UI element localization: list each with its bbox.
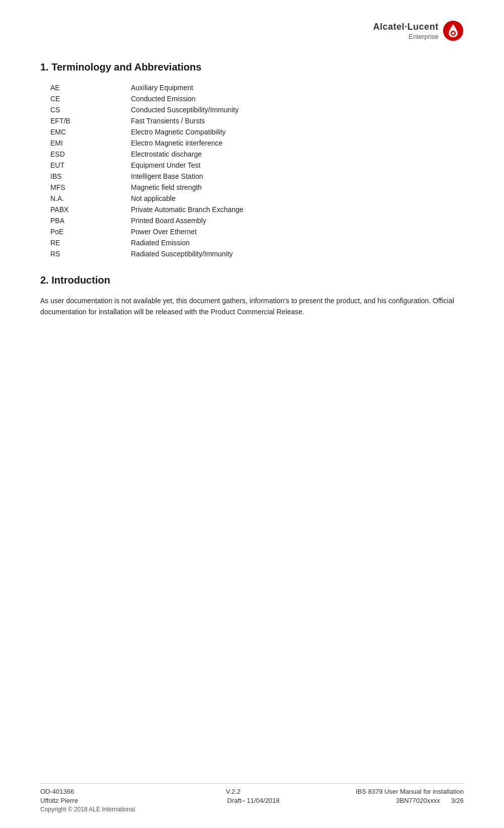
abbr-code: AE: [50, 82, 131, 93]
intro-paragraph: As user documentation is not available y…: [40, 295, 464, 318]
header: Alcatel·Lucent Enterprise: [40, 20, 464, 46]
abbr-code: EUT: [50, 160, 131, 171]
logo-sub: Enterprise: [409, 33, 439, 40]
abbr-code: CS: [50, 104, 131, 115]
abbr-definition: Radiated Emission: [131, 237, 474, 248]
table-row: AEAuxiliary Equipment: [50, 82, 474, 93]
footer-row2: Uffoltz Pierre Draft– 11/04/2018 3BN7702…: [40, 797, 464, 804]
section-introduction: 2. Introduction As user documentation is…: [40, 274, 464, 318]
abbr-definition: Radiated Susceptibility/Immunity: [131, 248, 474, 259]
abbr-code: PBA: [50, 215, 131, 226]
abbr-code: PoE: [50, 226, 131, 237]
section2-title: 2. Introduction: [40, 274, 464, 286]
abbr-code: PABX: [50, 204, 131, 215]
table-row: PABXPrivate Automatic Branch Exchange: [50, 204, 474, 215]
table-row: RSRadiated Susceptibility/Immunity: [50, 248, 474, 259]
footer-doc-title: IBS 8379 User Manual for installation: [355, 788, 464, 795]
table-row: RERadiated Emission: [50, 237, 474, 248]
footer-ref-page: 3BN77020xxxx 3/26: [396, 797, 464, 804]
abbr-code: RS: [50, 248, 131, 259]
abbr-code: N.A.: [50, 193, 131, 204]
table-row: CEConducted Emission: [50, 93, 474, 104]
table-row: ESDElectrostatic discharge: [50, 149, 474, 160]
page: Alcatel·Lucent Enterprise 1. Terminology…: [0, 0, 504, 828]
footer-doc-number: OD-401366: [40, 788, 111, 795]
abbr-definition: Electrostatic discharge: [131, 149, 474, 160]
abbr-code: CE: [50, 93, 131, 104]
table-row: CSConducted Susceptibility/Immunity: [50, 104, 474, 115]
logo-text: Alcatel·Lucent: [373, 22, 439, 32]
abbr-definition: Conducted Emission: [131, 93, 474, 104]
abbr-definition: Intelligent Base Station: [131, 171, 474, 182]
logo-dot: ·: [404, 22, 407, 32]
alcatel-logo-icon: [443, 20, 464, 41]
footer-copyright: Copyright © 2018 ALE International: [40, 806, 464, 813]
abbr-code: EFT/B: [50, 115, 131, 126]
footer-version: V.2.2: [111, 788, 355, 795]
abbr-definition: Electro Magnetic Compatibility: [131, 126, 474, 137]
abbr-definition: Private Automatic Branch Exchange: [131, 204, 474, 215]
abbr-definition: Electro Magnetic interference: [131, 137, 474, 149]
abbr-code: ESD: [50, 149, 131, 160]
abbr-code: IBS: [50, 171, 131, 182]
abbr-code: EMI: [50, 137, 131, 149]
footer-date: Draft– 11/04/2018: [111, 797, 396, 804]
footer-row1: OD-401366 V.2.2 IBS 8379 User Manual for…: [40, 788, 464, 795]
abbr-definition: Fast Transients / Bursts: [131, 115, 474, 126]
abbr-definition: Magnetic field strength: [131, 182, 474, 193]
section-terminology: 1. Terminology and Abbreviations AEAuxil…: [40, 61, 464, 259]
footer-ref: 3BN77020xxxx: [396, 797, 440, 804]
section1-title: 1. Terminology and Abbreviations: [40, 61, 464, 73]
abbreviations-table: AEAuxiliary EquipmentCEConducted Emissio…: [50, 82, 474, 259]
table-row: EMIElectro Magnetic interference: [50, 137, 474, 149]
abbr-definition: Printed Board Assembly: [131, 215, 474, 226]
abbr-definition: Not applicable: [131, 193, 474, 204]
footer-page: 3/26: [451, 797, 464, 804]
svg-point-2: [452, 32, 455, 35]
table-row: PoEPower Over Ethernet: [50, 226, 474, 237]
table-row: EUTEquipment Under Test: [50, 160, 474, 171]
table-row: IBSIntelligent Base Station: [50, 171, 474, 182]
table-row: N.A.Not applicable: [50, 193, 474, 204]
logo-area: Alcatel·Lucent Enterprise: [373, 20, 464, 41]
table-row: EMCElectro Magnetic Compatibility: [50, 126, 474, 137]
abbr-definition: Auxiliary Equipment: [131, 82, 474, 93]
footer-author: Uffoltz Pierre: [40, 797, 111, 804]
abbr-definition: Equipment Under Test: [131, 160, 474, 171]
abbr-code: MFS: [50, 182, 131, 193]
table-row: PBAPrinted Board Assembly: [50, 215, 474, 226]
abbr-definition: Power Over Ethernet: [131, 226, 474, 237]
table-row: MFSMagnetic field strength: [50, 182, 474, 193]
footer: OD-401366 V.2.2 IBS 8379 User Manual for…: [40, 783, 464, 813]
table-row: EFT/BFast Transients / Bursts: [50, 115, 474, 126]
abbr-code: EMC: [50, 126, 131, 137]
abbr-definition: Conducted Susceptibility/Immunity: [131, 104, 474, 115]
abbr-code: RE: [50, 237, 131, 248]
